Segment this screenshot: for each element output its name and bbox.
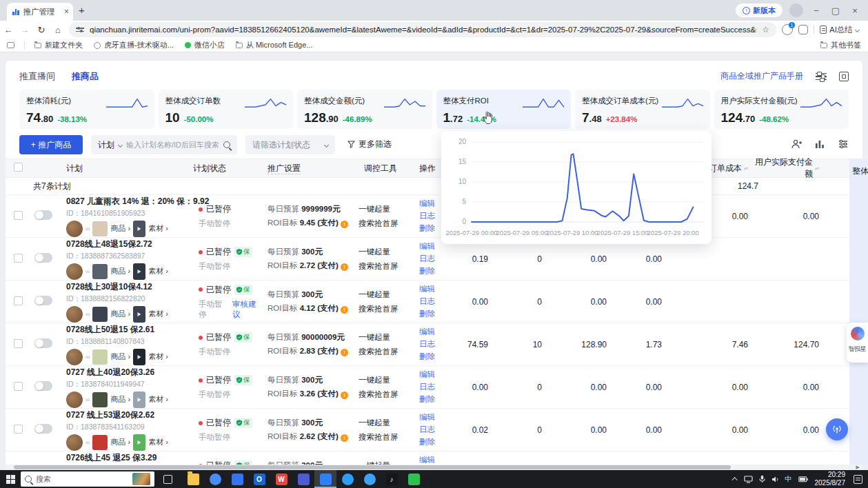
home-button[interactable]: ⌂: [50, 25, 66, 35]
browser-profile-avatar[interactable]: [789, 3, 803, 17]
bookmark-item[interactable]: 微信小店: [185, 40, 225, 50]
log-link[interactable]: 日志: [419, 296, 441, 307]
plan-title[interactable]: 0728线上30退10保4.12: [66, 281, 193, 293]
review-suggestion-link[interactable]: 审核建议: [232, 299, 262, 320]
warning-icon[interactable]: !: [341, 221, 348, 228]
product-link[interactable]: 商品 ›: [110, 352, 130, 362]
taskbar-clock[interactable]: 20:29 2025/8/27: [815, 471, 846, 487]
row-checkbox[interactable]: [14, 254, 23, 263]
delete-link[interactable]: 删除: [419, 266, 441, 276]
window-minimize-button[interactable]: −: [810, 6, 822, 16]
tab-close-icon[interactable]: ×: [64, 7, 69, 17]
row-checkbox[interactable]: [14, 425, 23, 434]
row-checkbox[interactable]: [14, 339, 23, 348]
material-thumbnail[interactable]: [133, 306, 145, 323]
warning-icon[interactable]: !: [341, 263, 348, 271]
plan-title[interactable]: 0728线上50退15 保2.61: [66, 324, 193, 336]
row-enable-toggle[interactable]: [34, 253, 52, 263]
fullscreen-icon[interactable]: [839, 72, 849, 81]
wechat-taskbar-button[interactable]: [403, 470, 425, 488]
columns-icon[interactable]: [814, 139, 825, 150]
bookmark-star-icon[interactable]: ☆: [762, 25, 769, 34]
delete-link[interactable]: 删除: [419, 394, 441, 405]
qq-taskbar-button[interactable]: [314, 470, 336, 488]
browser-tab[interactable]: 推广管理 ×: [7, 3, 73, 21]
product-link[interactable]: 商品 ›: [110, 266, 130, 276]
site-settings-icon[interactable]: [76, 28, 84, 32]
qq-browser-taskbar-button[interactable]: [359, 470, 381, 488]
forward-button[interactable]: →: [17, 25, 33, 35]
material-thumbnail[interactable]: [133, 263, 145, 280]
start-button[interactable]: [0, 475, 21, 484]
one-key-boost-button[interactable]: 一键起量: [359, 247, 419, 257]
file-explorer-taskbar-button[interactable]: [182, 470, 204, 488]
tab-live-room[interactable]: 推直播间: [19, 70, 55, 83]
reload-button[interactable]: ↻: [33, 25, 50, 35]
material-link[interactable]: 素材 ›: [148, 266, 168, 276]
edit-link[interactable]: 编辑: [419, 327, 441, 337]
material-link[interactable]: 素材 ›: [148, 394, 168, 405]
horizontal-scrollbar[interactable]: ▶: [6, 465, 862, 470]
edit-link[interactable]: 编辑: [419, 369, 441, 380]
promote-product-button[interactable]: + 推广商品: [19, 135, 83, 154]
window-close-button[interactable]: ×: [849, 6, 861, 16]
material-link[interactable]: 素材 ›: [148, 223, 168, 234]
chrome-taskbar-button[interactable]: [204, 470, 226, 488]
one-key-boost-button[interactable]: 一键起量: [359, 289, 419, 300]
action-center-icon[interactable]: [854, 475, 862, 484]
product-link[interactable]: 商品 ›: [110, 394, 130, 405]
teams-taskbar-button[interactable]: [292, 470, 314, 488]
plan-title[interactable]: 0827 儿童雨衣 14% 退：20% 保：9.92: [66, 196, 193, 207]
plan-search-input[interactable]: [126, 141, 219, 149]
extension-icon[interactable]: 1: [782, 24, 793, 35]
one-key-boost-button[interactable]: 一键起量: [359, 204, 419, 214]
battery-icon[interactable]: [798, 476, 808, 482]
material-link[interactable]: 素材 ›: [148, 352, 168, 362]
plan-title[interactable]: 0728线上48退15保2.72: [66, 238, 193, 250]
edit-link[interactable]: 编辑: [419, 284, 441, 294]
bookmark-item[interactable]: 从 Microsoft Edge...: [236, 40, 313, 50]
zhitouxing-widget[interactable]: 智投星: [847, 323, 868, 363]
log-link[interactable]: 日志: [419, 425, 441, 435]
new-version-badge[interactable]: ↑新版本: [736, 3, 783, 17]
search-top-screen-button[interactable]: 搜索抢首屏: [359, 218, 419, 229]
task-view-button[interactable]: [157, 475, 178, 484]
product-link[interactable]: 商品 ›: [110, 437, 130, 447]
row-enable-toggle[interactable]: [34, 210, 52, 220]
warning-icon[interactable]: !: [341, 434, 348, 442]
taskbar-search-box[interactable]: 搜索: [21, 471, 154, 487]
stat-card[interactable]: 整体支付ROI 1.72 -14.43%: [436, 90, 572, 129]
window-restore-button[interactable]: ▢: [829, 6, 842, 16]
material-thumbnail[interactable]: [133, 349, 145, 365]
product-link[interactable]: 商品 ›: [110, 309, 130, 319]
scrollbar-thumb[interactable]: [14, 465, 731, 469]
log-link[interactable]: 日志: [419, 254, 441, 264]
bookmark-item[interactable]: 虎牙直播-技术驱动...: [94, 40, 174, 50]
edit-link[interactable]: 编辑: [419, 199, 441, 209]
log-link[interactable]: 日志: [419, 211, 441, 221]
display-settings-icon[interactable]: [816, 71, 827, 82]
log-link[interactable]: 日志: [419, 339, 441, 349]
product-link[interactable]: 商品 ›: [110, 223, 130, 234]
delete-link[interactable]: 删除: [419, 223, 441, 234]
one-key-boost-button[interactable]: 一键起量: [359, 332, 419, 343]
bookmark-item[interactable]: 新建文件夹: [34, 40, 83, 50]
stat-card[interactable]: 整体消耗(元) 74.80 -38.13%: [19, 90, 154, 129]
plan-title[interactable]: 0726线上45 退25 保3.29: [66, 452, 193, 464]
stat-card[interactable]: 整体成交订单成本(元) 7.48 +23.84%: [575, 90, 710, 129]
broadcast-float-button[interactable]: [826, 418, 848, 440]
product-thumbnail[interactable]: [92, 349, 108, 365]
row-enable-toggle[interactable]: [34, 296, 52, 305]
row-enable-toggle[interactable]: [34, 381, 52, 391]
search-top-screen-button[interactable]: 搜索抢首屏: [359, 432, 419, 443]
tab-product[interactable]: 推商品: [72, 70, 99, 83]
plan-title[interactable]: 0727 线上53退20保2.62: [66, 409, 193, 421]
delete-link[interactable]: 删除: [419, 352, 441, 362]
search-top-screen-button[interactable]: 搜索抢首屏: [359, 304, 419, 314]
product-thumbnail[interactable]: [92, 392, 108, 407]
outlook-taskbar-button[interactable]: O: [248, 470, 270, 488]
material-thumbnail[interactable]: [133, 392, 145, 408]
row-enable-toggle[interactable]: [34, 338, 52, 348]
other-bookmarks-button[interactable]: 其他书签: [820, 40, 861, 50]
delete-link[interactable]: 删除: [419, 437, 441, 447]
